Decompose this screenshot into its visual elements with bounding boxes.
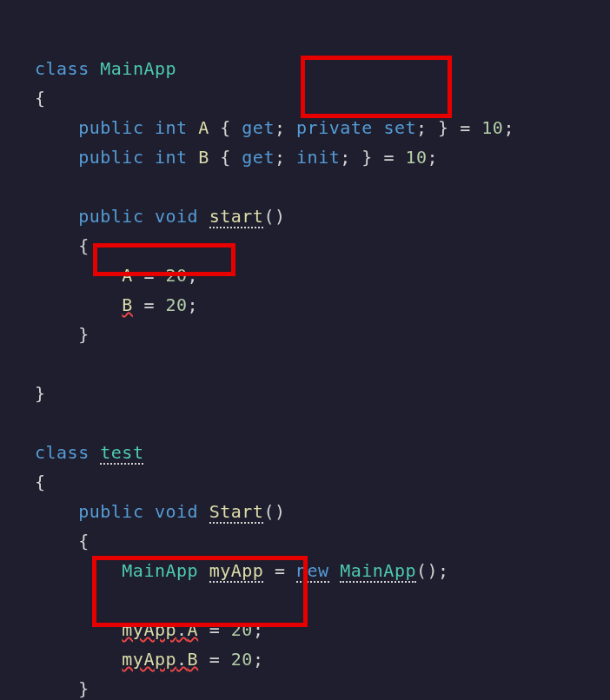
method-start: start bbox=[209, 206, 264, 228]
property-B-error: B bbox=[188, 649, 199, 670]
semi: ; bbox=[503, 117, 514, 138]
brace: { bbox=[78, 531, 90, 551]
number: 10 bbox=[406, 147, 428, 168]
keyword-set: set bbox=[383, 117, 416, 138]
keyword-class: class bbox=[35, 58, 90, 79]
eq: = bbox=[460, 117, 471, 138]
dot: . bbox=[176, 619, 188, 640]
semi: ; bbox=[428, 147, 439, 168]
property-A: A bbox=[122, 265, 133, 286]
paren: () bbox=[263, 206, 285, 227]
brace: { bbox=[220, 117, 231, 138]
var-myApp-error: myApp bbox=[122, 619, 176, 640]
eq: = bbox=[209, 619, 221, 640]
dot: . bbox=[176, 649, 188, 670]
semi: ; bbox=[188, 265, 199, 286]
number: 20 bbox=[231, 619, 253, 640]
eq: = bbox=[383, 147, 395, 168]
semi: ; bbox=[275, 117, 286, 138]
property-A-error: A bbox=[188, 619, 199, 640]
brace: { bbox=[78, 235, 90, 256]
number: 10 bbox=[481, 117, 503, 138]
semi: ; bbox=[253, 619, 264, 640]
number: 20 bbox=[166, 294, 188, 315]
keyword-private: private bbox=[296, 117, 373, 138]
brace: } bbox=[78, 324, 90, 345]
semi: ; bbox=[416, 117, 428, 138]
keyword-class: class bbox=[35, 442, 90, 463]
keyword-int: int bbox=[155, 117, 188, 138]
semi: ; bbox=[275, 147, 286, 168]
keyword-public: public bbox=[78, 206, 143, 227]
semi: ; bbox=[340, 147, 351, 168]
type-MainApp: MainApp bbox=[122, 560, 198, 581]
paren: () bbox=[263, 501, 285, 522]
method-Start: Start bbox=[209, 501, 264, 524]
keyword-void: void bbox=[155, 206, 198, 227]
keyword-public: public bbox=[78, 501, 143, 522]
property-B-error: B bbox=[122, 294, 133, 315]
brace: } bbox=[78, 678, 90, 699]
ctor-MainApp: MainApp bbox=[340, 560, 416, 583]
var-myApp-error: myApp bbox=[122, 649, 176, 670]
keyword-get: get bbox=[242, 147, 275, 168]
property-A: A bbox=[198, 117, 209, 138]
brace: } bbox=[361, 147, 373, 168]
eq: = bbox=[143, 294, 155, 315]
number: 20 bbox=[231, 649, 253, 670]
type-name: MainApp bbox=[100, 58, 176, 79]
keyword-get: get bbox=[242, 117, 275, 138]
property-B: B bbox=[198, 147, 209, 168]
keyword-void: void bbox=[155, 501, 198, 522]
type-name-test: test bbox=[100, 442, 143, 465]
keyword-int: int bbox=[155, 147, 188, 168]
semi: ; bbox=[438, 560, 449, 581]
eq: = bbox=[275, 560, 286, 581]
keyword-init: init bbox=[296, 147, 340, 168]
brace: } bbox=[35, 383, 46, 404]
semi: ; bbox=[188, 294, 199, 315]
brace: { bbox=[35, 472, 46, 492]
brace: { bbox=[220, 147, 231, 168]
eq: = bbox=[209, 649, 221, 670]
keyword-public: public bbox=[78, 147, 143, 168]
brace: { bbox=[35, 88, 46, 109]
paren: () bbox=[416, 560, 438, 581]
semi: ; bbox=[253, 649, 264, 670]
keyword-public: public bbox=[78, 117, 143, 138]
var-myApp: myApp bbox=[209, 560, 264, 583]
code-block: class MainApp { public int A { get; priv… bbox=[35, 24, 610, 700]
eq: = bbox=[143, 265, 155, 286]
keyword-new: new bbox=[296, 560, 329, 583]
brace: } bbox=[438, 117, 449, 138]
number: 20 bbox=[166, 265, 188, 286]
